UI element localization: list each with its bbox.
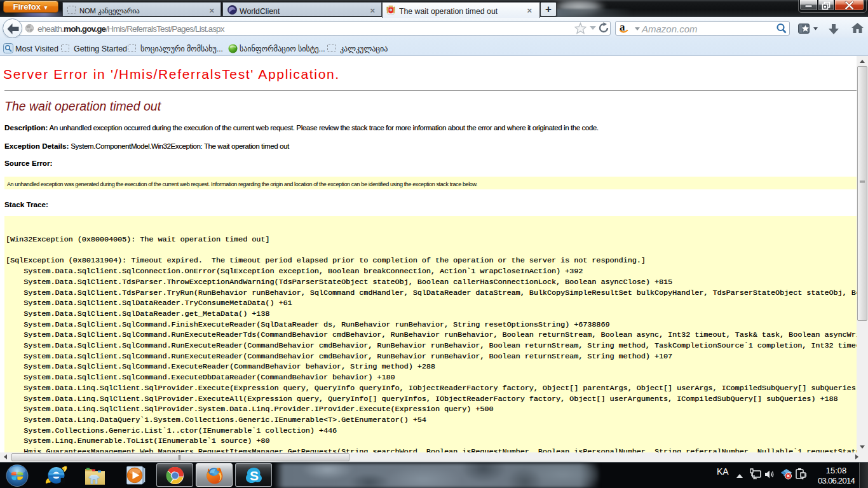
svg-text:S: S (250, 468, 259, 483)
